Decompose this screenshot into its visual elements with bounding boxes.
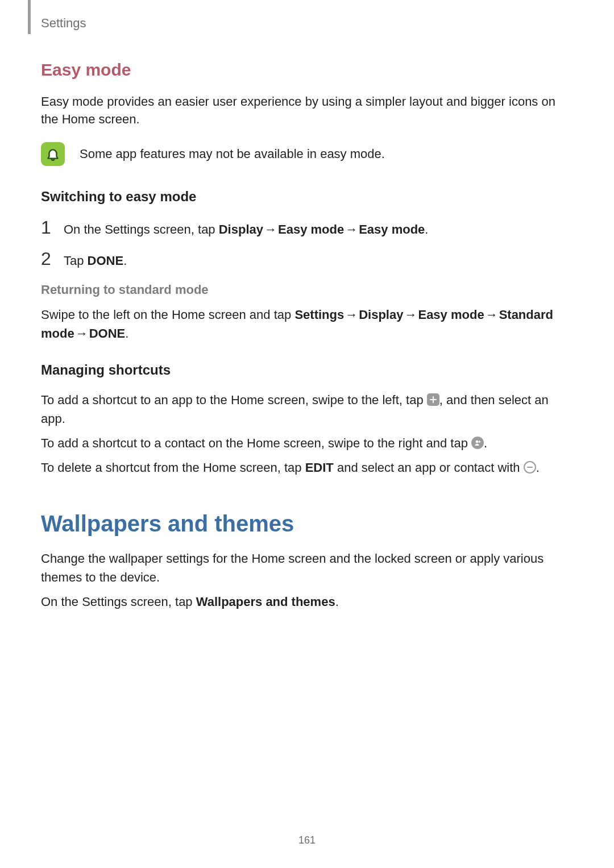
step1-path3: Easy mode — [359, 222, 425, 236]
managing-line3-c: . — [536, 460, 540, 475]
subhead-switching: Switching to easy mode — [41, 189, 571, 205]
bell-icon — [41, 142, 65, 166]
returning-suffix: . — [125, 326, 128, 340]
plus-square-icon — [427, 393, 439, 406]
step-number-1: 1 — [41, 217, 64, 238]
managing-line2-a: To add a shortcut to a contact on the Ho… — [41, 436, 471, 450]
arrow-icon: → — [344, 222, 359, 236]
easy-mode-intro: Easy mode provides an easier user experi… — [41, 93, 571, 128]
managing-line2: To add a shortcut to a contact on the Ho… — [41, 434, 571, 452]
managing-line1-a: To add a shortcut to an app to the Home … — [41, 393, 427, 407]
minorhead-returning: Returning to standard mode — [41, 283, 571, 297]
returning-prefix: Swipe to the left on the Home screen and… — [41, 308, 294, 322]
arrow-icon: → — [263, 222, 278, 236]
step1-path1: Display — [219, 222, 263, 236]
arrow-icon: → — [344, 308, 359, 322]
wallpapers-p2-suffix: . — [335, 595, 339, 609]
step2-suffix: . — [123, 254, 127, 268]
callout-note: Some app features may not be available i… — [41, 142, 571, 166]
returning-p5: DONE — [89, 326, 126, 340]
header-rule — [28, 0, 31, 34]
step1-path2: Easy mode — [278, 222, 344, 236]
period: . — [425, 222, 428, 236]
svg-point-0 — [476, 441, 479, 443]
arrow-icon: → — [484, 308, 499, 322]
wallpapers-p1: Change the wallpaper settings for the Ho… — [41, 549, 571, 587]
managing-line1: To add a shortcut to an app to the Home … — [41, 391, 571, 428]
arrow-icon: → — [74, 326, 89, 340]
wallpapers-p2: On the Settings screen, tap Wallpapers a… — [41, 592, 571, 611]
minus-circle-icon — [524, 461, 536, 474]
returning-p1: Settings — [294, 308, 344, 322]
managing-line3-b: and select an app or contact with — [334, 460, 524, 475]
returning-text: Swipe to the left on the Home screen and… — [41, 305, 571, 343]
subhead-managing: Managing shortcuts — [41, 362, 571, 378]
managing-line3: To delete a shortcut from the Home scree… — [41, 458, 571, 477]
step2-done: DONE — [88, 254, 124, 268]
step-1: 1 On the Settings screen, tap Display→Ea… — [41, 217, 571, 239]
arrow-icon: → — [403, 308, 418, 322]
section-title-wallpapers: Wallpapers and themes — [41, 511, 571, 537]
returning-p3: Easy mode — [418, 308, 484, 322]
managing-line3-edit: EDIT — [305, 460, 334, 475]
breadcrumb: Settings — [41, 16, 86, 31]
managing-line3-a: To delete a shortcut from the Home scree… — [41, 460, 305, 475]
step2-prefix: Tap — [64, 254, 88, 268]
step-1-text: On the Settings screen, tap Display→Easy… — [64, 221, 428, 239]
step-2: 2 Tap DONE. — [41, 248, 571, 270]
managing-line2-b: . — [484, 436, 487, 450]
wallpapers-p2-bold: Wallpapers and themes — [196, 595, 335, 609]
step-2-text: Tap DONE. — [64, 252, 127, 270]
section-title-easy-mode: Easy mode — [41, 60, 571, 80]
step1-prefix: On the Settings screen, tap — [64, 222, 219, 236]
callout-text: Some app features may not be available i… — [80, 147, 385, 161]
wallpapers-p2-prefix: On the Settings screen, tap — [41, 595, 196, 609]
returning-p2: Display — [359, 308, 403, 322]
step-number-2: 2 — [41, 248, 64, 269]
add-contact-icon — [471, 437, 484, 449]
page-number: 161 — [0, 834, 614, 846]
